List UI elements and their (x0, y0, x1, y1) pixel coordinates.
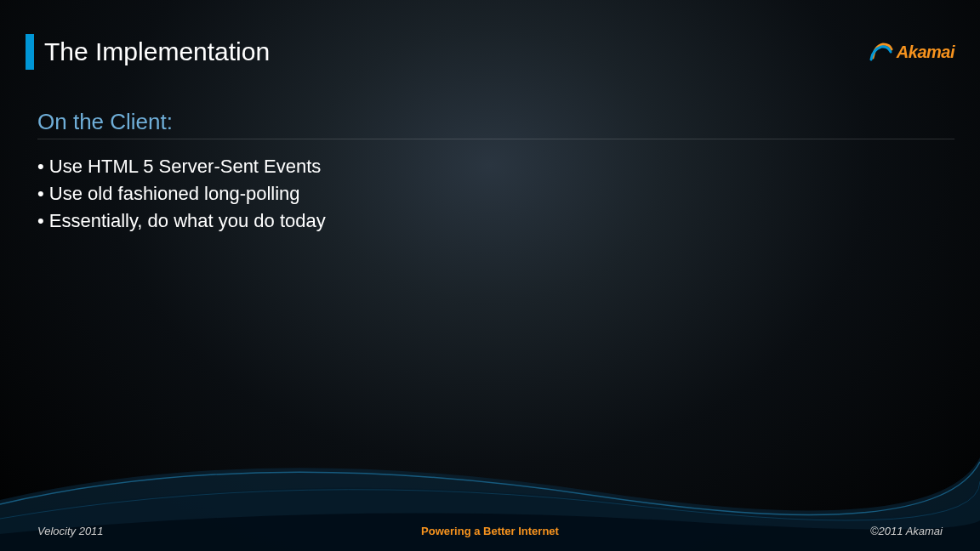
accent-bar (26, 34, 34, 70)
title-block: The Implementation (26, 34, 270, 70)
footer-copyright: ©2011 Akamai (870, 525, 943, 537)
slide-content: On the Client: Use HTML 5 Server-Sent Ev… (37, 109, 954, 235)
akamai-logo: Akamai (869, 41, 954, 63)
footer-tagline: Powering a Better Internet (421, 525, 559, 537)
slide-footer: Velocity 2011 Powering a Better Internet… (0, 525, 980, 537)
list-item: Essentially, do what you do today (37, 207, 954, 235)
footer-event: Velocity 2011 (37, 525, 104, 537)
slide-title: The Implementation (44, 37, 270, 66)
slide-header: The Implementation Akamai (26, 34, 954, 70)
list-item: Use old fashioned long-polling (37, 180, 954, 207)
bullet-list: Use HTML 5 Server-Sent Events Use old fa… (37, 153, 954, 235)
wave-icon (869, 41, 893, 63)
logo-text: Akamai (897, 43, 954, 62)
list-item: Use HTML 5 Server-Sent Events (37, 153, 954, 180)
content-subtitle: On the Client: (37, 109, 954, 139)
